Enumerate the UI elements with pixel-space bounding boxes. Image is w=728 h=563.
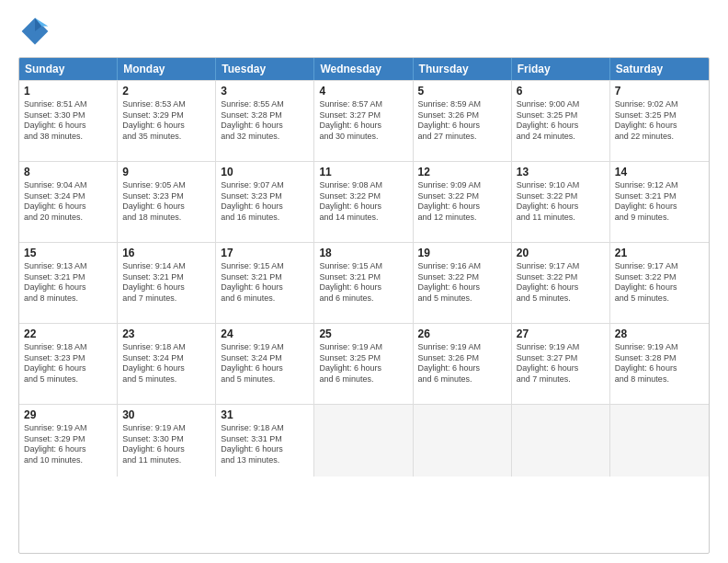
header-day-sunday: Sunday xyxy=(19,58,118,80)
calendar-cell-w2-d6: 21Sunrise: 9:17 AMSunset: 3:22 PMDayligh… xyxy=(610,243,709,323)
day-number: 19 xyxy=(418,247,506,259)
sunset-text: Sunset: 3:21 PM xyxy=(615,191,704,202)
calendar-cell-w3-d2: 24Sunrise: 9:19 AMSunset: 3:24 PMDayligh… xyxy=(216,324,314,404)
page: SundayMondayTuesdayWednesdayThursdayFrid… xyxy=(0,0,728,563)
day-number: 14 xyxy=(615,166,704,178)
daylight-text-1: Daylight: 6 hours xyxy=(418,201,506,213)
sunset-text: Sunset: 3:22 PM xyxy=(319,191,407,202)
sunset-text: Sunset: 3:22 PM xyxy=(517,191,605,202)
sunrise-text: Sunrise: 8:59 AM xyxy=(418,99,506,110)
daylight-text-1: Daylight: 6 hours xyxy=(221,121,309,132)
calendar: SundayMondayTuesdayWednesdayThursdayFrid… xyxy=(18,57,710,554)
calendar-cell-w0-d5: 6Sunrise: 9:00 AMSunset: 3:25 PMDaylight… xyxy=(512,81,610,161)
sunset-text: Sunset: 3:25 PM xyxy=(517,110,605,121)
calendar-cell-w3-d5: 27Sunrise: 9:19 AMSunset: 3:27 PMDayligh… xyxy=(512,324,610,404)
daylight-text-1: Daylight: 6 hours xyxy=(221,363,309,374)
calendar-cell-w1-d1: 9Sunrise: 9:05 AMSunset: 3:23 PMDaylight… xyxy=(118,162,216,242)
sunset-text: Sunset: 3:23 PM xyxy=(122,191,210,202)
calendar-cell-w0-d1: 2Sunrise: 8:53 AMSunset: 3:29 PMDaylight… xyxy=(118,81,216,161)
calendar-cell-w1-d2: 10Sunrise: 9:07 AMSunset: 3:23 PMDayligh… xyxy=(216,162,314,242)
daylight-text-2: and 32 minutes. xyxy=(221,132,309,143)
daylight-text-1: Daylight: 6 hours xyxy=(24,121,112,132)
sunrise-text: Sunrise: 9:09 AM xyxy=(418,180,506,191)
daylight-text-2: and 5 minutes. xyxy=(517,293,605,304)
daylight-text-2: and 8 minutes. xyxy=(24,293,112,304)
daylight-text-1: Daylight: 6 hours xyxy=(517,201,605,213)
daylight-text-1: Daylight: 6 hours xyxy=(319,121,407,132)
sunrise-text: Sunrise: 9:07 AM xyxy=(221,180,309,191)
sunrise-text: Sunrise: 9:14 AM xyxy=(122,261,210,272)
sunset-text: Sunset: 3:23 PM xyxy=(24,353,112,364)
sunset-text: Sunset: 3:24 PM xyxy=(221,353,309,364)
daylight-text-1: Daylight: 6 hours xyxy=(418,363,506,374)
calendar-cell-w2-d3: 18Sunrise: 9:15 AMSunset: 3:21 PMDayligh… xyxy=(314,243,413,323)
day-number: 27 xyxy=(517,327,605,340)
header-day-wednesday: Wednesday xyxy=(314,58,413,80)
day-number: 3 xyxy=(221,85,309,98)
calendar-cell-w4-d1: 30Sunrise: 9:19 AMSunset: 3:30 PMDayligh… xyxy=(118,405,216,477)
sunrise-text: Sunrise: 9:15 AM xyxy=(319,261,407,272)
day-number: 30 xyxy=(122,408,210,421)
calendar-cell-w3-d0: 22Sunrise: 9:18 AMSunset: 3:23 PMDayligh… xyxy=(19,324,118,404)
daylight-text-2: and 14 minutes. xyxy=(319,213,407,224)
sunset-text: Sunset: 3:28 PM xyxy=(615,353,704,364)
calendar-cell-w4-d5 xyxy=(512,405,610,477)
daylight-text-1: Daylight: 6 hours xyxy=(418,282,506,293)
day-number: 8 xyxy=(24,166,112,178)
sunrise-text: Sunrise: 9:15 AM xyxy=(221,261,309,272)
calendar-cell-w0-d0: 1Sunrise: 8:51 AMSunset: 3:30 PMDaylight… xyxy=(19,81,118,161)
sunset-text: Sunset: 3:28 PM xyxy=(221,110,309,121)
sunset-text: Sunset: 3:24 PM xyxy=(24,191,112,202)
daylight-text-2: and 6 minutes. xyxy=(319,374,407,385)
sunset-text: Sunset: 3:26 PM xyxy=(418,110,506,121)
sunrise-text: Sunrise: 9:19 AM xyxy=(221,342,309,353)
daylight-text-1: Daylight: 6 hours xyxy=(517,363,605,374)
daylight-text-2: and 38 minutes. xyxy=(24,132,112,143)
sunrise-text: Sunrise: 9:00 AM xyxy=(517,99,605,110)
daylight-text-2: and 5 minutes. xyxy=(418,293,506,304)
daylight-text-2: and 35 minutes. xyxy=(122,132,210,143)
sunrise-text: Sunrise: 9:02 AM xyxy=(615,99,704,110)
sunset-text: Sunset: 3:25 PM xyxy=(615,110,704,121)
daylight-text-2: and 5 minutes. xyxy=(615,293,704,304)
sunset-text: Sunset: 3:22 PM xyxy=(615,272,704,283)
day-number: 2 xyxy=(122,85,210,98)
calendar-cell-w4-d0: 29Sunrise: 9:19 AMSunset: 3:29 PMDayligh… xyxy=(19,405,118,477)
daylight-text-2: and 10 minutes. xyxy=(24,455,112,466)
sunrise-text: Sunrise: 8:53 AM xyxy=(122,99,210,110)
calendar-cell-w0-d3: 4Sunrise: 8:57 AMSunset: 3:27 PMDaylight… xyxy=(314,81,413,161)
header-day-thursday: Thursday xyxy=(414,58,512,80)
sunrise-text: Sunrise: 8:55 AM xyxy=(221,99,309,110)
daylight-text-2: and 27 minutes. xyxy=(418,132,506,143)
daylight-text-2: and 9 minutes. xyxy=(615,213,704,224)
sunset-text: Sunset: 3:31 PM xyxy=(221,434,309,445)
calendar-cell-w1-d0: 8Sunrise: 9:04 AMSunset: 3:24 PMDaylight… xyxy=(19,162,118,242)
sunset-text: Sunset: 3:25 PM xyxy=(319,353,407,364)
header-day-saturday: Saturday xyxy=(610,58,709,80)
daylight-text-1: Daylight: 6 hours xyxy=(24,282,112,293)
calendar-cell-w0-d4: 5Sunrise: 8:59 AMSunset: 3:26 PMDaylight… xyxy=(414,81,512,161)
day-number: 17 xyxy=(221,247,309,259)
sunset-text: Sunset: 3:27 PM xyxy=(517,353,605,364)
daylight-text-2: and 6 minutes. xyxy=(418,374,506,385)
sunrise-text: Sunrise: 9:16 AM xyxy=(418,261,506,272)
sunset-text: Sunset: 3:27 PM xyxy=(319,110,407,121)
sunrise-text: Sunrise: 9:13 AM xyxy=(24,261,112,272)
daylight-text-1: Daylight: 6 hours xyxy=(24,201,112,213)
sunrise-text: Sunrise: 9:18 AM xyxy=(221,423,309,434)
calendar-cell-w4-d2: 31Sunrise: 9:18 AMSunset: 3:31 PMDayligh… xyxy=(216,405,314,477)
day-number: 6 xyxy=(517,85,605,98)
sunrise-text: Sunrise: 9:19 AM xyxy=(517,342,605,353)
daylight-text-1: Daylight: 6 hours xyxy=(122,363,210,374)
daylight-text-2: and 8 minutes. xyxy=(615,374,704,385)
sunrise-text: Sunrise: 9:18 AM xyxy=(122,342,210,353)
daylight-text-1: Daylight: 6 hours xyxy=(122,121,210,132)
sunrise-text: Sunrise: 9:04 AM xyxy=(24,180,112,191)
logo-icon xyxy=(18,15,51,48)
daylight-text-2: and 6 minutes. xyxy=(319,293,407,304)
day-number: 24 xyxy=(221,327,309,340)
calendar-row-3: 22Sunrise: 9:18 AMSunset: 3:23 PMDayligh… xyxy=(19,323,709,404)
calendar-row-0: 1Sunrise: 8:51 AMSunset: 3:30 PMDaylight… xyxy=(19,80,709,161)
daylight-text-1: Daylight: 6 hours xyxy=(122,201,210,213)
calendar-row-4: 29Sunrise: 9:19 AMSunset: 3:29 PMDayligh… xyxy=(19,404,709,477)
